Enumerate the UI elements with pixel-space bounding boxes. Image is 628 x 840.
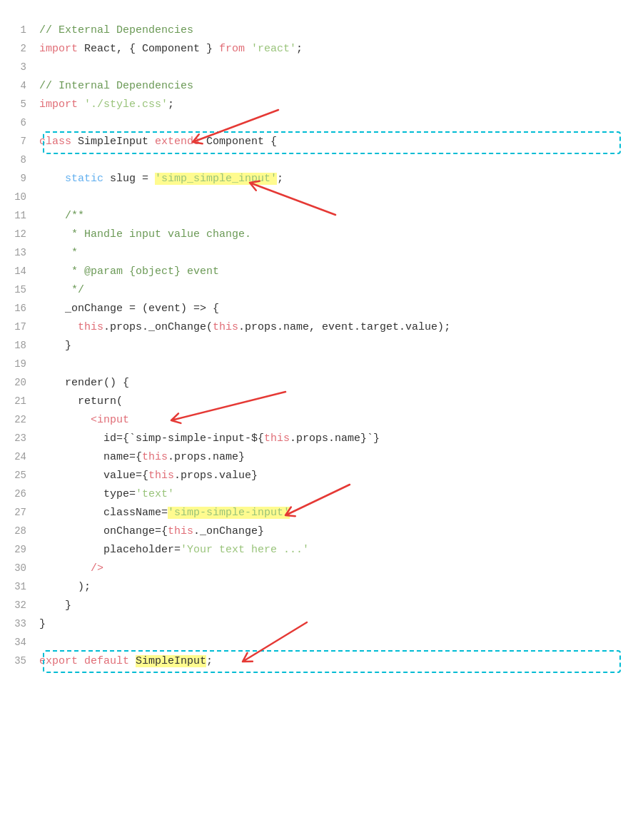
code-line: 6 [0,114,628,133]
line-content [39,115,628,132]
code-line: 3 [0,59,628,77]
code-line: 21 return( [0,393,628,411]
code-line: 11 /** [0,207,628,226]
line-number: 29 [0,542,39,557]
line-content: onChange={this._onChange} [39,523,628,540]
code-line: 30 /> [0,560,628,578]
line-number: 31 [0,579,39,594]
line-number: 17 [0,319,39,335]
line-number: 25 [0,467,39,483]
line-content: class SimpleInput extends Component { [39,133,628,151]
code-line: 8 [0,151,628,170]
line-content: render() { [39,375,628,392]
line-content [39,152,628,169]
code-line: 25 value={this.props.value} [0,467,628,485]
line-content: className='simp-simple-input' [39,505,628,522]
line-number: 27 [0,505,39,520]
code-line: 24 name={this.props.name} [0,448,628,467]
line-content: id={`simp-simple-input-${this.props.name… [39,430,628,447]
code-line: 17 this.props._onChange(this.props.name,… [0,318,628,337]
code-line: 28 onChange={this._onChange} [0,522,628,541]
line-content: * @param {object} event [39,263,628,280]
line-content: /> [39,560,628,577]
line-content: * Handle input value change. [39,226,628,243]
line-content: } [39,597,628,614]
line-content: type='text' [39,486,628,503]
line-number: 11 [0,208,39,223]
code-line: 26 type='text' [0,485,628,504]
line-content: placeholder='Your text here ...' [39,542,628,559]
line-content: // External Dependencies [39,22,628,39]
line-content: import './style.css'; [39,96,628,113]
code-line: 29 placeholder='Your text here ...' [0,541,628,560]
line-content: /** [39,208,628,225]
line-number: 6 [0,115,39,131]
code-line: 31 ); [0,578,628,597]
line-content: } [39,338,628,355]
line-number: 9 [0,171,39,186]
code-line: 2import React, { Component } from 'react… [0,40,628,59]
line-content: return( [39,393,628,410]
line-number: 14 [0,263,39,279]
line-content: static slug = 'simp_simple_input'; [39,171,628,188]
line-number: 7 [0,133,39,149]
line-content: * [39,245,628,262]
line-number: 18 [0,338,39,353]
line-number: 19 [0,356,39,372]
line-number: 5 [0,96,39,112]
code-lines: 1// External Dependencies2import React, … [0,14,628,678]
line-content: this.props._onChange(this.props.name, ev… [39,319,628,336]
code-line: 14 * @param {object} event [0,263,628,281]
line-number: 8 [0,152,39,168]
line-content: ); [39,579,628,596]
code-line: 22 <input [0,411,628,430]
line-content: export default SimpleInput; [39,653,628,670]
code-line: 13 * [0,244,628,263]
line-content: */ [39,282,628,299]
code-line: 9 static slug = 'simp_simple_input'; [0,170,628,188]
line-content: } [39,616,628,633]
line-number: 22 [0,412,39,427]
line-number: 1 [0,22,39,38]
code-line: 20 render() { [0,374,628,393]
code-line: 4// Internal Dependencies [0,77,628,96]
line-number: 12 [0,226,39,242]
code-line: 1// External Dependencies [0,21,628,40]
line-content: import React, { Component } from 'react'… [39,41,628,58]
line-content: _onChange = (event) => { [39,300,628,318]
code-line: 19 [0,355,628,374]
line-number: 33 [0,616,39,632]
line-number: 26 [0,486,39,502]
line-content: name={this.props.name} [39,449,628,466]
line-number: 3 [0,59,39,75]
code-line: 15 */ [0,281,628,300]
line-number: 20 [0,375,39,390]
line-number: 15 [0,282,39,298]
line-number: 10 [0,189,39,205]
code-line: 27 className='simp-simple-input' [0,504,628,522]
code-line: 34 [0,634,628,652]
line-number: 21 [0,393,39,409]
line-number: 2 [0,41,39,56]
line-number: 13 [0,245,39,260]
line-number: 16 [0,300,39,316]
line-number: 28 [0,523,39,539]
line-number: 32 [0,597,39,613]
line-number: 24 [0,449,39,465]
code-line: 33} [0,615,628,634]
line-content: value={this.props.value} [39,467,628,485]
code-line: 18 } [0,337,628,355]
line-number: 4 [0,78,39,93]
code-line: 23 id={`simp-simple-input-${this.props.n… [0,430,628,448]
line-number: 23 [0,430,39,446]
code-line: 10 [0,188,628,207]
line-content: // Internal Dependencies [39,78,628,95]
line-content [39,59,628,76]
code-line: 35export default SimpleInput; [0,652,628,671]
code-line: 5import './style.css'; [0,96,628,114]
line-content [39,356,628,373]
code-editor: 1// External Dependencies2import React, … [0,14,628,678]
line-content [39,189,628,206]
code-line: 16 _onChange = (event) => { [0,300,628,318]
code-line: 32 } [0,597,628,615]
